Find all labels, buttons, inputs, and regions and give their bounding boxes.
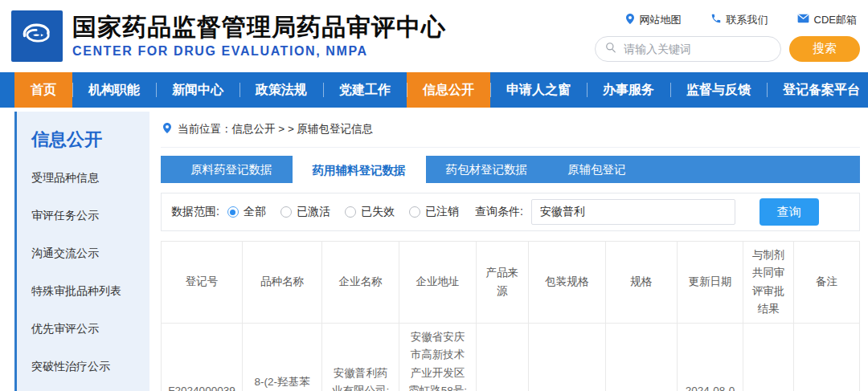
cell-joint-review-result: I bbox=[743, 324, 794, 391]
main-content: 当前位置：信息公开 > > 原辅包登记信息 原料药登记数据 药用辅料登记数据 药… bbox=[161, 112, 860, 391]
sidebar-item-special-approval[interactable]: 特殊审批品种列表 bbox=[31, 284, 149, 299]
radio-cancelled-circle[interactable] bbox=[409, 206, 420, 218]
query-condition-input[interactable] bbox=[531, 199, 735, 225]
results-table: 登记号 品种名称 企业名称 企业地址 产品来源 包装规格 规格 更新日期 与制剂… bbox=[161, 241, 860, 391]
mailbox-label: CDE邮箱 bbox=[814, 13, 857, 27]
breadcrumb-text: 当前位置：信息公开 > > 原辅包登记信息 bbox=[178, 122, 373, 136]
scope-radio-group: 全部 已激活 已失效 已注销 bbox=[227, 205, 459, 219]
page-body: 信息公开 受理品种信息 审评任务公示 沟通交流公示 特殊审批品种列表 优先审评公… bbox=[0, 108, 868, 391]
quick-links: 网站地图 联系我们 CDE邮箱 bbox=[625, 13, 860, 27]
contact-label: 联系我们 bbox=[727, 13, 768, 27]
tab-raw-aux-pack[interactable]: 原辅包登记 bbox=[547, 156, 646, 183]
cell-remarks bbox=[794, 324, 860, 391]
radio-expired-circle[interactable] bbox=[345, 206, 356, 218]
radio-activated-circle[interactable] bbox=[280, 206, 292, 218]
tab-excipient-data[interactable]: 药用辅料登记数据 bbox=[293, 156, 426, 188]
cde-logo-icon bbox=[16, 14, 58, 59]
radio-all-label: 全部 bbox=[244, 205, 266, 219]
sidebar-item-review-tasks[interactable]: 审评任务公示 bbox=[31, 209, 149, 223]
sidebar: 信息公开 受理品种信息 审评任务公示 沟通交流公示 特殊审批品种列表 优先审评公… bbox=[14, 112, 149, 391]
col-update-date: 更新日期 bbox=[677, 242, 743, 324]
col-registration-no: 登记号 bbox=[162, 242, 243, 324]
sitemap-link[interactable]: 网站地图 bbox=[625, 13, 682, 27]
scope-label: 数据范围: bbox=[171, 205, 219, 219]
cell-package-spec: 25kg/袋/桶 bbox=[528, 324, 605, 391]
tab-packaging-data[interactable]: 药包材登记数据 bbox=[426, 156, 548, 183]
nav-item-services[interactable]: 办事服务 bbox=[587, 72, 670, 108]
site-subtitle: CENTER FOR DRUG EVALUATION, NMPA bbox=[72, 44, 446, 59]
radio-cancelled-label: 已注销 bbox=[425, 205, 459, 219]
header-search-box bbox=[595, 36, 781, 62]
nav-item-supervision[interactable]: 监督与反馈 bbox=[670, 72, 767, 108]
sitemap-label: 网站地图 bbox=[640, 13, 682, 27]
col-company-address: 企业地址 bbox=[399, 242, 477, 324]
sidebar-title: 信息公开 bbox=[31, 128, 149, 152]
query-button[interactable]: 查询 bbox=[760, 198, 819, 226]
nav-item-applicant-window[interactable]: 申请人之窗 bbox=[490, 72, 587, 108]
nav-item-home[interactable]: 首页 bbox=[14, 72, 72, 108]
cell-variety-name: 8-(2-羟基苯甲酰胺基)辛酸钠 bbox=[243, 324, 322, 391]
search-icon bbox=[605, 42, 616, 56]
col-variety-name: 品种名称 bbox=[243, 242, 322, 324]
nav-item-info-disclosure[interactable]: 信息公开 bbox=[407, 72, 490, 108]
nav-item-news[interactable]: 新闻中心 bbox=[156, 72, 240, 108]
results-table-wrap: 登记号 品种名称 企业名称 企业地址 产品来源 包装规格 规格 更新日期 与制剂… bbox=[161, 241, 860, 391]
radio-all-circle[interactable] bbox=[227, 206, 239, 218]
col-company-name: 企业名称 bbox=[322, 242, 399, 324]
col-product-source: 产品来源 bbox=[477, 242, 529, 324]
filter-panel: 数据范围: 全部 已激活 已失效 已注销 查询条 bbox=[161, 193, 860, 231]
mailbox-link[interactable]: CDE邮箱 bbox=[797, 13, 857, 27]
mail-icon bbox=[797, 14, 809, 26]
location-pin-icon bbox=[625, 13, 635, 27]
cell-spec: 药用辅料 bbox=[605, 324, 677, 391]
col-joint-review-result: 与制剂共同审评审批结果 bbox=[743, 242, 794, 324]
table-row: F20240000398 8-(2-羟基苯甲酰胺基)辛酸钠 安徽普利药业有限公司… bbox=[162, 324, 860, 391]
cell-registration-no: F20240000398 bbox=[162, 324, 243, 391]
keyword-search-input[interactable] bbox=[622, 42, 771, 56]
radio-cancelled[interactable]: 已注销 bbox=[409, 205, 459, 219]
sidebar-item-communication[interactable]: 沟通交流公示 bbox=[31, 246, 149, 261]
nav-item-policy[interactable]: 政策法规 bbox=[240, 72, 323, 108]
search-area: 搜索 bbox=[595, 36, 860, 62]
nav-item-party[interactable]: 党建工作 bbox=[323, 72, 407, 108]
sidebar-item-accepted-varieties[interactable]: 受理品种信息 bbox=[31, 171, 149, 185]
table-header-row: 登记号 品种名称 企业名称 企业地址 产品来源 包装规格 规格 更新日期 与制剂… bbox=[162, 242, 860, 324]
phone-icon bbox=[710, 13, 722, 26]
cell-company-name: 安徽普利药业有限公司;安徽普利药业有限公司 bbox=[322, 324, 399, 391]
header-right: 网站地图 联系我们 CDE邮箱 搜索 bbox=[595, 11, 860, 62]
cde-logo bbox=[11, 10, 63, 62]
radio-activated[interactable]: 已激活 bbox=[280, 205, 330, 219]
sidebar-item-priority-review[interactable]: 优先审评公示 bbox=[31, 322, 149, 336]
col-remarks: 备注 bbox=[794, 242, 860, 324]
query-condition-label: 查询条件: bbox=[475, 205, 523, 219]
breadcrumb-pin-icon bbox=[162, 122, 172, 136]
site-title: 国家药品监督管理局药品审评中心 bbox=[72, 14, 446, 40]
search-button[interactable]: 搜索 bbox=[789, 36, 860, 62]
cell-update-date: 2024-08-06 bbox=[677, 324, 743, 391]
nav-item-functions[interactable]: 机构职能 bbox=[72, 72, 156, 108]
radio-expired-label: 已失效 bbox=[361, 205, 395, 219]
col-package-spec: 包装规格 bbox=[528, 242, 605, 324]
top-header: 国家药品监督管理局药品审评中心 CENTER FOR DRUG EVALUATI… bbox=[0, 0, 868, 72]
col-spec: 规格 bbox=[605, 242, 677, 324]
radio-expired[interactable]: 已失效 bbox=[345, 205, 395, 219]
radio-all[interactable]: 全部 bbox=[227, 205, 266, 219]
cell-product-source: 国产 bbox=[477, 324, 529, 391]
contact-link[interactable]: 联系我们 bbox=[710, 13, 768, 27]
cell-company-address: 安徽省安庆市高新技术产业开发区霞虹路58号;安徽省安庆市高新技术产业开发区霞虹路… bbox=[399, 324, 477, 391]
breadcrumb: 当前位置：信息公开 > > 原辅包登记信息 bbox=[161, 112, 860, 148]
nav-item-registration-platform[interactable]: 登记备案平台 bbox=[767, 72, 868, 108]
tab-api-data[interactable]: 原料药登记数据 bbox=[170, 156, 293, 183]
data-tabbar: 原料药登记数据 药用辅料登记数据 药包材登记数据 原辅包登记 bbox=[161, 156, 860, 183]
radio-activated-label: 已激活 bbox=[297, 205, 330, 219]
brand-block: 国家药品监督管理局药品审评中心 CENTER FOR DRUG EVALUATI… bbox=[72, 14, 446, 59]
main-nav: 首页 机构职能 新闻中心 政策法规 党建工作 信息公开 申请人之窗 办事服务 监… bbox=[0, 72, 868, 108]
sidebar-item-breakthrough-therapy[interactable]: 突破性治疗公示 bbox=[31, 360, 149, 374]
